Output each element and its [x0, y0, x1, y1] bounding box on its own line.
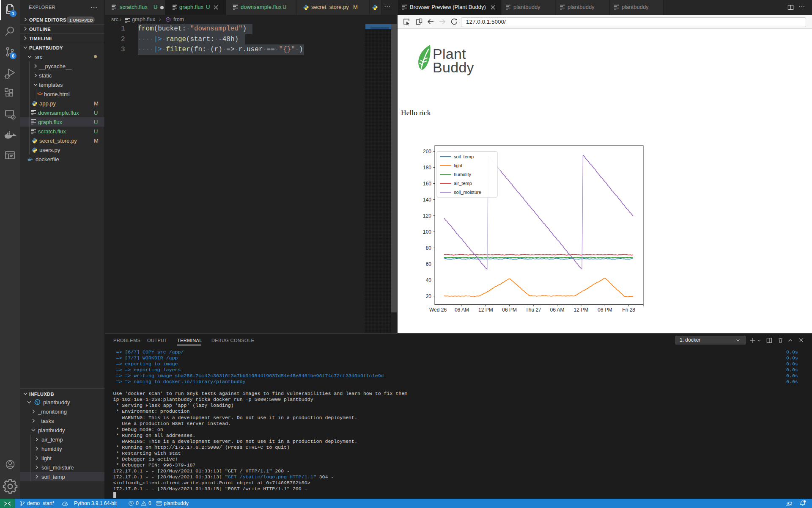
svg-text:140: 140 — [423, 197, 431, 203]
svg-text:06 PM: 06 PM — [502, 307, 517, 313]
svg-text:6: 6 — [12, 53, 14, 58]
svg-text:60: 60 — [426, 261, 432, 267]
svg-text:12 PM: 12 PM — [478, 307, 493, 313]
svg-text:soil_moisture: soil_moisture — [454, 190, 481, 195]
svg-text:40: 40 — [426, 277, 432, 283]
svg-text:120: 120 — [423, 213, 431, 219]
svg-text:06 AM: 06 AM — [455, 307, 469, 313]
svg-text:Thu 27: Thu 27 — [525, 307, 541, 313]
svg-text:180: 180 — [423, 165, 431, 171]
svg-text:Wed 26: Wed 26 — [429, 307, 447, 313]
svg-text:soil_temp: soil_temp — [454, 154, 474, 159]
svg-text:air_temp: air_temp — [454, 181, 472, 186]
svg-text:light: light — [454, 163, 462, 168]
svg-text:Fri 28: Fri 28 — [622, 307, 635, 313]
svg-text:06 PM: 06 PM — [598, 307, 612, 313]
svg-text:1: 1 — [12, 11, 14, 16]
svg-text:200: 200 — [423, 149, 431, 155]
svg-text:humidity: humidity — [454, 172, 471, 177]
svg-text:100: 100 — [423, 229, 431, 235]
svg-text:20: 20 — [426, 293, 432, 299]
svg-text:80: 80 — [426, 245, 432, 251]
svg-text:12 PM: 12 PM — [574, 307, 589, 313]
svg-text:06 AM: 06 AM — [550, 307, 564, 313]
svg-text:160: 160 — [423, 181, 431, 187]
